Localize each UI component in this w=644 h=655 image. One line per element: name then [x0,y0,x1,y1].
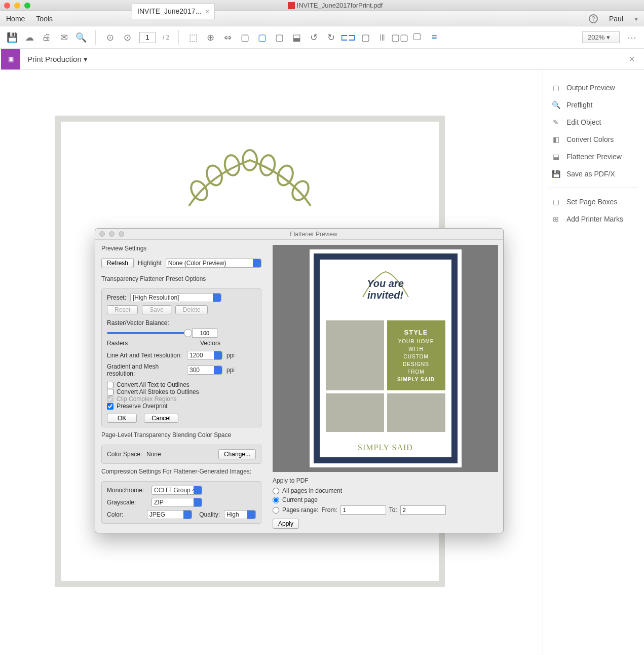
menu-tools[interactable]: Tools [36,15,53,23]
sidebar-save-pdfx[interactable]: 💾Save as PDF/X [548,165,639,183]
extract-icon[interactable]: ⫼ [377,32,388,43]
tool-title: Print Production ▾ [27,55,88,64]
printer-marks-icon: ⊞ [551,214,560,224]
rotate-cw-icon[interactable]: ↻ [326,32,336,43]
cloud-icon[interactable]: ☁ [24,32,34,43]
preview-logo: SIMPLY SAID [320,443,451,452]
rasters-label: Rasters [107,340,128,347]
display-icon[interactable]: 🖵 [412,32,422,43]
stamp-icon[interactable]: ⬓ [291,32,301,43]
refresh-button[interactable]: Refresh [101,258,134,268]
list-icon[interactable]: ≡ [429,32,439,43]
dialog-min-icon[interactable] [109,231,115,237]
highlight-label: Highlight [138,260,162,267]
fit-width-icon[interactable]: ⇔ [222,32,233,43]
grayscale-select[interactable]: ZIP [151,498,202,507]
print-production-icon: ▣ [1,49,20,69]
minimize-window-icon[interactable] [14,3,20,9]
preview-canvas: You areinvited! STYLE YOUR HOME WITHCUST… [273,245,498,472]
tool-header: ▣ Print Production ▾ × [0,49,644,70]
preview-photo-3 [387,393,445,432]
sidebar-convert-colors[interactable]: ◧Convert Colors [548,131,639,148]
balance-slider[interactable] [107,332,188,334]
pdf-icon [288,2,295,9]
change-button[interactable]: Change... [218,449,256,459]
grad-res-select[interactable]: 300 [187,366,222,375]
invite-heading: You areinvited! [320,278,451,301]
sidebar-preflight[interactable]: 🔍Preflight [548,96,639,114]
balance-label: Raster/Vector Balance: [107,319,256,326]
highlight-select[interactable]: None (Color Preview) [166,259,261,268]
sidebar-edit-object[interactable]: ✎Edit Object [548,114,639,131]
page-down-icon[interactable]: ⊙ [122,32,132,43]
apply-button[interactable]: Apply [273,519,299,529]
right-sidebar: ▢Output Preview 🔍Preflight ✎Edit Object … [543,70,644,655]
radio-current-page[interactable]: Current page [273,495,498,504]
cancel-button[interactable]: Cancel [144,414,178,423]
search-icon[interactable]: 🔍 [76,32,86,43]
radio-pages-range[interactable]: Pages range: [273,506,318,514]
apply-section-heading: Apply to PDF [273,477,498,484]
chevron-down-icon[interactable]: ▾ [634,15,638,23]
page-number-input[interactable] [139,32,156,43]
to-input[interactable] [400,505,446,515]
color-select[interactable]: JPEG [147,510,193,519]
close-panel-icon[interactable]: × [629,53,635,65]
quality-select[interactable]: High [224,510,256,519]
save-icon[interactable]: 💾 [7,32,17,43]
split-icon[interactable]: ▢▢ [395,32,405,43]
document-tab[interactable]: INVITE_June2017...× [132,4,215,19]
help-icon[interactable]: ? [589,14,598,23]
sidebar-output-preview[interactable]: ▢Output Preview [548,79,639,96]
crop-icon[interactable]: ⊏⊐ [343,32,353,43]
sidebar-printer-marks[interactable]: ⊞Add Printer Marks [548,210,639,228]
dialog-title: Flattener Preview [128,231,499,238]
preset-label: Preset: [107,294,126,301]
color-label: Color: [107,511,143,518]
quality-label: Quality: [199,511,220,518]
layers-icon[interactable]: ▢ [274,32,284,43]
chk-text-outlines[interactable]: Convert All Text to Outlines [107,381,256,388]
convert-colors-icon: ◧ [551,135,560,144]
compress-section-heading: Compression Settings For Flattener-Gener… [101,468,261,475]
zoom-window-icon[interactable] [24,3,30,9]
preview-style-cell: STYLE YOUR HOME WITHCUSTOM DESIGNSFROM S… [387,320,445,390]
mail-icon[interactable]: ✉ [59,32,69,43]
menu-bar: Home Tools INVITE_June2017...× ? Paul ▾ [0,11,644,26]
reset-button[interactable]: Reset [107,305,138,314]
page-up-icon[interactable]: ⊙ [105,32,115,43]
close-window-icon[interactable] [4,3,10,9]
marquee-zoom-icon[interactable]: ⬚ [188,32,198,43]
zoom-select[interactable]: 202% ▾ [582,31,620,43]
radio-all-pages[interactable]: All pages in document [273,486,498,495]
zoom-icon[interactable]: ⊕ [205,32,215,43]
dialog-close-icon[interactable] [99,231,105,237]
ok-button[interactable]: OK [107,414,137,423]
line-res-select[interactable]: 1200 [187,351,222,360]
print-icon[interactable]: 🖨 [42,32,52,43]
preset-section-heading: Transparency Flattener Preset Options [101,275,261,282]
sidebar-set-page-boxes[interactable]: ▢Set Page Boxes [548,193,639,210]
grad-res-label: Gradient and Mesh resolution: [107,363,183,377]
page-total: / 2 [163,34,169,41]
page-icon[interactable]: ▢ [240,32,250,43]
rotate-ccw-icon[interactable]: ↺ [309,32,319,43]
menu-home[interactable]: Home [6,15,25,23]
delete-preset-button[interactable]: Delete [175,305,208,314]
page-boxes-icon: ▢ [551,197,560,206]
sidebar-flattener-preview[interactable]: ⬓Flattener Preview [548,148,639,165]
insert-page-icon[interactable]: ▢ [360,32,370,43]
user-menu[interactable]: Paul [609,15,623,23]
monochrome-select[interactable]: CCITT Group 4 [151,486,202,495]
chk-strokes-outlines[interactable]: Convert All Strokes to Outlines [107,388,256,395]
from-input[interactable] [340,505,386,515]
save-preset-button[interactable]: Save [142,305,171,314]
more-icon[interactable]: ⋯ [627,32,637,43]
balance-value[interactable] [192,329,217,338]
page-alt-icon[interactable]: ▢ [257,32,267,43]
preset-select[interactable]: [High Resolution] [130,293,221,302]
close-tab-icon[interactable]: × [205,8,209,15]
main-toolbar: 💾 ☁ 🖨 ✉ 🔍 ⊙ ⊙ / 2 ⬚ ⊕ ⇔ ▢ ▢ ▢ ⬓ ↺ ↻ ⊏⊐ ▢… [0,26,644,49]
chk-preserve-overprint[interactable]: Preserve Overprint [107,403,256,410]
dialog-zoom-icon[interactable] [119,231,124,237]
